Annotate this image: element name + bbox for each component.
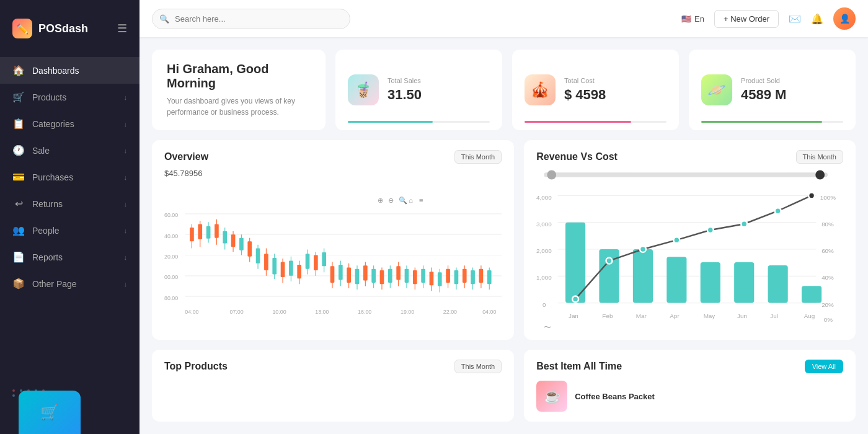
- revenue-bar-chart: 4,000 3,000 2,000 1,000 0 100% 80% 60% 4…: [536, 169, 843, 330]
- svg-rect-70: [413, 270, 417, 284]
- sidebar: ✏️ POSdash ☰ 🏠 Dashboards 🛒 Products ↓ 📋…: [0, 0, 140, 434]
- logo-icon: ✏️: [12, 19, 32, 38]
- overview-period-button[interactable]: This Month: [454, 150, 502, 164]
- sidebar-item-returns[interactable]: ↩ Returns ↓: [0, 190, 140, 217]
- overview-chart-title: Overview: [164, 151, 208, 162]
- overview-chart-body: ⊕ ⊖ 🔍 ⌂ ≡ 60.00 40.00 20.00 00.00 80.00: [164, 180, 502, 330]
- top-products-period-button[interactable]: This Month: [454, 360, 502, 373]
- svg-rect-24: [223, 231, 227, 244]
- svg-rect-72: [421, 269, 425, 283]
- svg-text:16:00: 16:00: [358, 309, 371, 315]
- bell-icon[interactable]: 🔔: [811, 13, 823, 25]
- svg-rect-54: [347, 267, 351, 282]
- svg-point-128: [707, 227, 714, 233]
- svg-point-98: [547, 170, 557, 180]
- sidebar-item-label: Other Page: [32, 279, 77, 289]
- item-name: Coffee Beans Packet: [575, 392, 655, 401]
- search-box: 🔍: [152, 9, 350, 29]
- sidebar-item-label: Sale: [32, 146, 50, 156]
- products-icon: 🛒: [12, 91, 25, 103]
- dot: [12, 394, 15, 397]
- stat-card-total-cost: 🎪 Total Cost $ 4598: [512, 50, 679, 130]
- mail-icon[interactable]: ✉️: [789, 13, 801, 25]
- svg-rect-34: [264, 254, 268, 270]
- sidebar-decoration: 🛒: [0, 360, 140, 434]
- svg-text:2,000: 2,000: [536, 247, 552, 254]
- sidebar-item-other-page[interactable]: 📦 Other Page ↓: [0, 270, 140, 297]
- svg-rect-50: [330, 266, 335, 283]
- search-icon: 🔍: [159, 14, 169, 24]
- svg-point-130: [775, 208, 781, 214]
- sidebar-item-products[interactable]: 🛒 Products ↓: [0, 84, 140, 110]
- stat-info-sales: Total Sales 31.50: [388, 77, 490, 103]
- stat-bar-sales: [348, 121, 490, 123]
- svg-rect-119: [667, 257, 687, 303]
- chevron-down-icon: ↓: [124, 174, 128, 181]
- svg-text:13:00: 13:00: [315, 309, 329, 315]
- welcome-title: Hi Graham, Good Morning: [167, 62, 311, 91]
- svg-rect-52: [339, 265, 343, 280]
- sidebar-item-purchases[interactable]: 💳 Purchases ↓: [0, 164, 140, 190]
- svg-rect-88: [487, 270, 492, 284]
- sidebar-item-reports[interactable]: 📄 Reports ↓: [0, 244, 140, 270]
- language-selector[interactable]: 🇺🇸 En: [681, 14, 704, 24]
- hamburger-icon[interactable]: ☰: [117, 22, 127, 35]
- svg-text:40%: 40%: [822, 274, 834, 281]
- svg-point-129: [741, 221, 747, 227]
- stat-bar-fill-cost: [525, 121, 631, 123]
- search-input[interactable]: [152, 9, 350, 29]
- revenue-period-button[interactable]: This Month: [796, 150, 843, 164]
- decoration-card: 🛒: [19, 391, 81, 434]
- svg-rect-84: [471, 270, 475, 284]
- flag-icon: 🇺🇸: [681, 14, 691, 24]
- svg-text:60.00: 60.00: [164, 212, 178, 218]
- sidebar-item-sale[interactable]: 🕐 Sale ↓: [0, 137, 140, 164]
- svg-point-127: [674, 237, 680, 243]
- svg-text:Aug: Aug: [804, 312, 815, 319]
- svg-text:04:00: 04:00: [185, 309, 198, 315]
- avatar[interactable]: 👤: [833, 7, 856, 30]
- svg-rect-46: [314, 255, 318, 270]
- svg-text:3,000: 3,000: [536, 221, 552, 228]
- sidebar-item-categories[interactable]: 📋 Categories ↓: [0, 110, 140, 137]
- sidebar-item-dashboards[interactable]: 🏠 Dashboards: [0, 57, 140, 84]
- sidebar-item-label: People: [32, 226, 60, 236]
- svg-text:May: May: [704, 312, 715, 319]
- chevron-down-icon: ↓: [124, 254, 128, 261]
- revenue-chart-header: Revenue Vs Cost This Month: [536, 150, 843, 164]
- svg-rect-16: [190, 228, 194, 241]
- svg-point-126: [640, 246, 646, 252]
- people-icon: 👥: [12, 224, 25, 236]
- chevron-down-icon: ↓: [124, 200, 128, 208]
- app-container: ✏️ POSdash ☰ 🏠 Dashboards 🛒 Products ↓ 📋…: [0, 0, 868, 434]
- stat-bar-fill-product: [701, 121, 822, 123]
- svg-text:19:00: 19:00: [401, 309, 414, 315]
- svg-rect-32: [256, 248, 260, 263]
- new-order-button[interactable]: + New Order: [714, 10, 779, 28]
- main-area: 🔍 🇺🇸 En + New Order ✉️ 🔔 👤 Hi Graham, Go…: [140, 0, 868, 434]
- header-actions: 🇺🇸 En + New Order ✉️ 🔔 👤: [681, 7, 856, 30]
- svg-text:Jul: Jul: [770, 312, 778, 319]
- svg-rect-30: [247, 241, 252, 256]
- svg-point-124: [572, 296, 578, 302]
- svg-text:4,000: 4,000: [536, 194, 552, 201]
- candlestick-chart: ⊕ ⊖ 🔍 ⌂ ≡ 60.00 40.00 20.00 00.00 80.00: [164, 180, 502, 330]
- reports-icon: 📄: [12, 251, 25, 263]
- svg-rect-82: [463, 269, 467, 283]
- stat-card-total-sales: 🧋 Total Sales 31.50: [335, 50, 502, 130]
- view-all-button[interactable]: View All: [805, 360, 843, 373]
- svg-rect-40: [289, 260, 293, 275]
- svg-text:🔍: 🔍: [399, 196, 407, 205]
- svg-point-99: [815, 170, 825, 180]
- svg-rect-44: [306, 254, 310, 268]
- svg-text:20%: 20%: [822, 301, 834, 308]
- svg-rect-78: [446, 269, 450, 283]
- sidebar-item-people[interactable]: 👥 People ↓: [0, 217, 140, 244]
- svg-point-125: [606, 258, 613, 264]
- svg-rect-62: [380, 270, 384, 284]
- stat-value-product: 4589 M: [741, 87, 843, 103]
- svg-rect-48: [322, 252, 326, 266]
- svg-text:60%: 60%: [822, 247, 834, 254]
- sidebar-logo: ✏️ POSdash ☰: [0, 12, 140, 51]
- svg-text:20.00: 20.00: [164, 254, 178, 260]
